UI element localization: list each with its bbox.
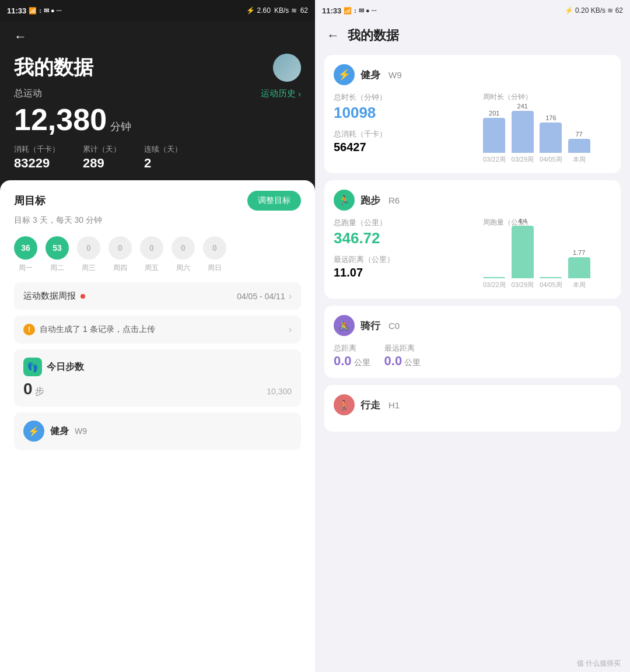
fitness-card-body: 总时长（分钟） 10098 总消耗（千卡） 56427 周时长（分钟） 201 bbox=[334, 92, 611, 164]
weekly-report-date: 04/05 - 04/11 bbox=[237, 292, 285, 301]
running-bar-current: 1.77 本周 bbox=[568, 249, 590, 289]
fitness-duration-value: 10098 bbox=[334, 104, 474, 122]
cycling-card-badge: C0 bbox=[388, 321, 400, 331]
cycling-total-value: 0.0 bbox=[334, 354, 352, 369]
stats-row: 消耗（千卡） 83229 累计（天） 289 连续（天） 2 bbox=[0, 144, 315, 180]
watermark: 值 什么值得买 bbox=[315, 655, 630, 672]
running-bar-0405: 04/05周 bbox=[540, 276, 562, 289]
cumulative-stat: 累计（天） 289 bbox=[83, 144, 121, 171]
bar-date-0322: 03/22周 bbox=[483, 155, 506, 164]
left-battery: 62 bbox=[300, 6, 308, 15]
total-exercise-row: 总运动 运动历史 › bbox=[0, 84, 315, 100]
weekly-report-label: 运动数据周报 bbox=[23, 290, 76, 302]
running-farthest: 最远距离（公里） 11.07 bbox=[334, 254, 474, 279]
left-page-title: 我的数据 bbox=[14, 54, 93, 81]
label-fri: 周五 bbox=[145, 263, 159, 273]
warning-icon: ! bbox=[23, 324, 35, 335]
right-signal-icons: 📶 ↕ ✉ ● ··· bbox=[344, 7, 377, 15]
fitness-chart-label: 周时长（分钟） bbox=[483, 92, 611, 102]
red-dot-icon bbox=[80, 294, 85, 299]
fitness-total-duration: 总时长（分钟） 10098 bbox=[334, 92, 474, 122]
weekly-report-chevron-icon: › bbox=[289, 291, 292, 302]
fitness-chart: 周时长（分钟） 201 03/22周 241 03/29周 bbox=[483, 92, 611, 164]
steps-title: 今日步数 bbox=[47, 361, 84, 373]
hiking-card-icon: 🚶 bbox=[334, 394, 355, 415]
fitness-total-calories: 总消耗（千卡） 56427 bbox=[334, 129, 474, 154]
bar-0322 bbox=[483, 118, 505, 153]
fitness-card-badge: W9 bbox=[388, 70, 402, 80]
calories-value: 83229 bbox=[14, 156, 60, 171]
avatar-image bbox=[273, 54, 301, 82]
left-bt-icon: ⚡ 2.60 bbox=[246, 6, 271, 15]
running-distance-value: 346.72 bbox=[334, 229, 474, 247]
cycling-card-header: 🚴 骑行 C0 bbox=[334, 315, 611, 336]
weekly-goal-header: 周目标 调整目标 bbox=[0, 180, 315, 215]
cycling-card: 🚴 骑行 C0 总距离 0.0 公里 最远距离 0.0 公里 bbox=[324, 306, 621, 378]
running-distance-label: 总跑量（公里） bbox=[334, 218, 474, 228]
cycling-farthest-distance: 最远距离 0.0 公里 bbox=[384, 343, 421, 369]
right-back-button[interactable]: ← bbox=[327, 28, 340, 43]
fitness-bottom-label: 健身 bbox=[50, 425, 69, 438]
label-wed: 周三 bbox=[82, 263, 96, 273]
fitness-card: ⚡ 健身 W9 总时长（分钟） 10098 总消耗（千卡） 56427 周时长（… bbox=[324, 55, 621, 173]
auto-upload-row[interactable]: ! 自动生成了 1 条记录，点击上传 › bbox=[14, 316, 301, 344]
running-card-header: 🏃 跑步 R6 bbox=[334, 190, 611, 211]
right-panel: 11:33 📶 ↕ ✉ ● ··· ⚡ 0.20 KB/s ≋ 62 ← 我的数… bbox=[315, 0, 630, 672]
cycling-farthest-unit: 公里 bbox=[404, 358, 421, 368]
running-chart-label: 周跑量（公里） bbox=[483, 218, 611, 228]
weekly-report-row[interactable]: 运动数据周报 04/05 - 04/11 › bbox=[14, 282, 301, 310]
run-bar-date-current: 本周 bbox=[573, 281, 586, 289]
running-total-distance: 总跑量（公里） 346.72 bbox=[334, 218, 474, 247]
bar-date-current: 本周 bbox=[573, 155, 586, 164]
steps-icon: 👣 bbox=[23, 358, 42, 376]
run-bar-current bbox=[568, 257, 590, 278]
bar-value-current: 77 bbox=[575, 131, 582, 138]
streak-value: 2 bbox=[144, 156, 182, 171]
total-exercise-label: 总运动 bbox=[14, 88, 42, 100]
circle-wed: 0 bbox=[77, 236, 100, 260]
left-status-left: 11:33 📶 ↕ ✉ ● ··· bbox=[7, 6, 62, 15]
fitness-card-header: ⚡ 健身 W9 bbox=[334, 64, 611, 85]
running-bar-chart: 03/22周 4.4 03/29周 04/05周 bbox=[483, 231, 611, 289]
fitness-icon: ⚡ bbox=[23, 421, 44, 442]
circle-sun: 0 bbox=[203, 236, 226, 260]
right-content: ⚡ 健身 W9 总时长（分钟） 10098 总消耗（千卡） 56427 周时长（… bbox=[315, 50, 630, 655]
running-card-body: 总跑量（公里） 346.72 最远距离（公里） 11.07 周跑量（公里） bbox=[334, 218, 611, 289]
avatar[interactable] bbox=[273, 54, 301, 82]
adjust-goal-button[interactable]: 调整目标 bbox=[247, 191, 301, 211]
bar-0405 bbox=[540, 123, 562, 153]
fitness-calories-label: 总消耗（千卡） bbox=[334, 129, 474, 139]
running-card-stats: 总跑量（公里） 346.72 最远距离（公里） 11.07 bbox=[334, 218, 474, 286]
left-status-bar: 11:33 📶 ↕ ✉ ● ··· ⚡ 2.60 KB/s ≋ 62 bbox=[0, 0, 315, 21]
running-chart: 周跑量（公里） 03/22周 4.4 03/29周 bbox=[483, 218, 611, 289]
history-link[interactable]: 运动历史 › bbox=[261, 88, 301, 99]
big-number-row: 12,380 分钟 bbox=[0, 100, 315, 144]
steps-count-value: 0 bbox=[23, 380, 33, 398]
cycling-farthest-value: 0.0 bbox=[384, 354, 402, 369]
left-wifi: KB/s ≋ bbox=[274, 6, 297, 15]
left-back-button[interactable]: ← bbox=[14, 29, 27, 44]
streak-label: 连续（天） bbox=[144, 144, 182, 155]
day-circles: 36 周一 53 周二 0 周三 0 周四 0 周五 0 周六 bbox=[0, 234, 315, 275]
auto-upload-text: 自动生成了 1 条记录，点击上传 bbox=[40, 324, 155, 335]
weekly-report-left: 运动数据周报 bbox=[23, 290, 85, 302]
bar-0329 bbox=[512, 111, 534, 153]
fitness-bar-0329: 241 03/29周 bbox=[512, 103, 534, 164]
circle-sat: 0 bbox=[172, 236, 195, 260]
goal-description: 目标 3 天，每天 30 分钟 bbox=[0, 215, 315, 234]
hiking-card-badge: H1 bbox=[388, 400, 400, 410]
circle-mon: 36 bbox=[14, 236, 37, 260]
right-page-title: 我的数据 bbox=[348, 27, 399, 44]
hiking-card-type: 行走 bbox=[360, 398, 380, 412]
fitness-bar-0405: 176 04/05周 bbox=[540, 114, 562, 164]
day-wed: 0 周三 bbox=[77, 236, 100, 273]
run-bar-value-0329: 4.4 bbox=[518, 218, 527, 225]
total-minutes-value: 12,380 bbox=[14, 102, 107, 137]
streak-stat: 连续（天） 2 bbox=[144, 144, 182, 171]
running-bar-0329: 4.4 03/29周 bbox=[512, 218, 534, 289]
chevron-right-icon: › bbox=[298, 89, 301, 99]
auto-upload-left: ! 自动生成了 1 条记录，点击上传 bbox=[23, 324, 155, 335]
right-time: 11:33 bbox=[322, 6, 341, 15]
right-header: ← 我的数据 bbox=[315, 21, 630, 50]
fitness-bar-current: 77 本周 bbox=[568, 131, 590, 164]
